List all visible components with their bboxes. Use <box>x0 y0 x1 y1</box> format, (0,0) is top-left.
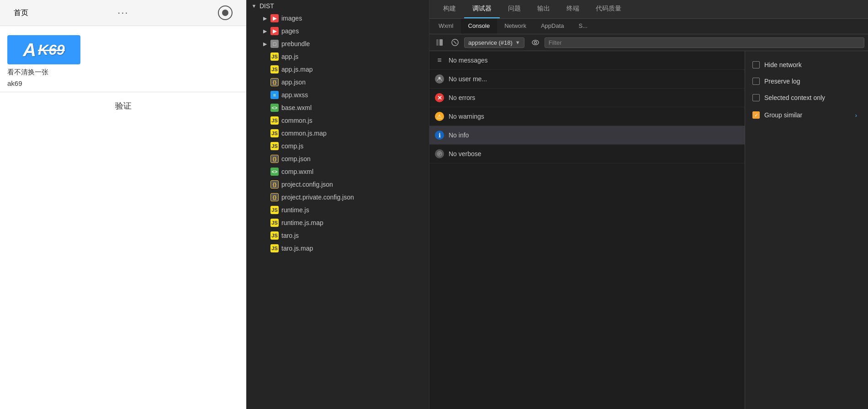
tree-label: runtime.js <box>281 206 309 214</box>
tree-label: pages <box>281 27 299 35</box>
console-item-verbose[interactable]: No verbose <box>429 145 745 163</box>
tree-label: taro.js.map <box>281 245 313 252</box>
spacer <box>261 206 269 214</box>
js-icon: JS <box>270 142 279 150</box>
tree-label: common.js.map <box>281 130 327 137</box>
spacer <box>261 194 269 201</box>
console-item-label: No info <box>449 131 469 139</box>
tree-item-runtime-js-map[interactable]: JS runtime.js.map <box>258 216 429 229</box>
tree-label: comp.json <box>281 155 311 163</box>
js-icon: JS <box>270 219 279 227</box>
tree-label: app.json <box>281 79 306 86</box>
console-item-warnings[interactable]: ⚠ No warnings <box>429 107 745 126</box>
json-icon: {} <box>270 155 279 163</box>
filter-hide-network[interactable]: Hide network <box>745 57 868 73</box>
phone-dots[interactable]: ··· <box>117 7 128 19</box>
tree-item-comp-js[interactable]: JS comp.js <box>258 140 429 152</box>
tab-output[interactable]: 输出 <box>529 0 558 18</box>
spacer <box>261 117 269 124</box>
tree-item-app-json[interactable]: {} app.json <box>258 76 429 89</box>
phone-record-btn[interactable] <box>218 5 233 20</box>
tree-label: project.config.json <box>281 181 333 188</box>
console-item-messages[interactable]: ≡ No messages <box>429 51 745 70</box>
console-item-info[interactable]: ℹ No info <box>429 126 745 145</box>
tree-item-prebundle[interactable]: ▶ □ prebundle <box>258 37 429 50</box>
filter-selected-context[interactable]: Selected context only <box>745 89 868 106</box>
user-icon <box>435 74 444 84</box>
context-label: appservice (#18) <box>468 39 513 46</box>
tree-label: images <box>281 15 302 22</box>
filter-label: Group similar <box>764 111 802 119</box>
tree-label: project.private.config.json <box>281 194 354 201</box>
tab-code-quality[interactable]: 代码质量 <box>587 0 630 18</box>
subtab-console[interactable]: Console <box>461 19 498 34</box>
console-item-errors[interactable]: ✕ No errors <box>429 89 745 107</box>
tree-label: comp.wxml <box>281 168 313 175</box>
tree-label: taro.js <box>281 232 299 239</box>
spacer <box>261 181 269 188</box>
spacer <box>261 53 269 60</box>
filter-preserve-log[interactable]: Preserve log <box>745 73 868 89</box>
error-icon: ✕ <box>435 93 444 102</box>
tree-item-project-private-config-json[interactable]: {} project.private.config.json <box>258 191 429 204</box>
hide-network-checkbox[interactable] <box>752 61 760 68</box>
arrow-icon: ▶ <box>261 27 269 35</box>
chevron-right-icon: › <box>852 110 861 120</box>
json-icon: {} <box>270 180 279 189</box>
js-icon: JS <box>270 231 279 240</box>
tree-item-comp-wxml[interactable]: <> comp.wxml <box>258 165 429 178</box>
chevron-down-icon: ▼ <box>515 40 520 45</box>
svg-line-3 <box>454 41 456 44</box>
spacer <box>261 245 269 252</box>
sidebar-toggle-btn[interactable] <box>433 36 446 49</box>
tree-item-app-js[interactable]: JS app.js <box>258 50 429 63</box>
tab-build[interactable]: 构建 <box>435 0 464 18</box>
clear-console-btn[interactable] <box>449 36 461 49</box>
tree-item-app-wxss[interactable]: ≡ app.wxss <box>258 89 429 101</box>
verify-button[interactable]: 验证 <box>0 92 246 120</box>
folder-icon: ▶ <box>270 27 279 35</box>
subtab-network[interactable]: Network <box>497 19 534 34</box>
tree-item-base-wxml[interactable]: <> base.wxml <box>258 101 429 114</box>
subtab-wxml[interactable]: Wxml <box>431 19 461 34</box>
js-icon: JS <box>270 206 279 214</box>
tree-item-taro-js-map[interactable]: JS taro.js.map <box>258 242 429 255</box>
subtab-appdata[interactable]: AppData <box>534 19 572 34</box>
tree-item-pages[interactable]: ▶ ▶ pages <box>258 25 429 37</box>
group-similar-checkbox[interactable]: ✓ <box>752 111 760 119</box>
filter-group-similar[interactable]: ✓ Group similar › <box>745 106 868 124</box>
console-items-list: ≡ No messages No user me... ✕ No errors … <box>429 51 745 409</box>
preserve-log-checkbox[interactable] <box>752 78 760 85</box>
tree-label: base.wxml <box>281 104 312 111</box>
tree-item-common-js-map[interactable]: JS common.js.map <box>258 127 429 140</box>
eye-icon[interactable] <box>529 36 542 49</box>
subtab-s[interactable]: S... <box>571 19 595 34</box>
tree-item-images[interactable]: ▶ ▶ images <box>258 12 429 25</box>
tree-item-app-js-map[interactable]: JS app.js.map <box>258 63 429 76</box>
tree-item-comp-json[interactable]: {} comp.json <box>258 152 429 165</box>
folder-icon: ▶ <box>270 14 279 22</box>
js-icon: JS <box>270 65 279 73</box>
phone-title: 首页 <box>14 8 28 18</box>
svg-point-5 <box>534 42 536 44</box>
file-tree-panel: ▼ DIST ▶ ▶ images ▶ ▶ pages ▶ □ prebundl… <box>247 0 429 409</box>
captcha-image[interactable]: A K69 <box>7 35 80 64</box>
spacer <box>261 155 269 163</box>
tree-item-project-config-json[interactable]: {} project.config.json <box>258 178 429 191</box>
svg-point-4 <box>532 40 539 45</box>
console-item-label: No verbose <box>449 150 482 157</box>
tab-terminal[interactable]: 终端 <box>558 0 587 18</box>
wxss-icon: ≡ <box>270 91 279 99</box>
tab-issues[interactable]: 问题 <box>500 0 529 18</box>
filter-input[interactable] <box>545 37 864 48</box>
console-item-user[interactable]: No user me... <box>429 70 745 89</box>
selected-context-checkbox[interactable] <box>752 94 760 101</box>
context-select[interactable]: appservice (#18) ▼ <box>464 37 524 48</box>
tree-item-taro-js[interactable]: JS taro.js <box>258 229 429 242</box>
captcha-refresh-link[interactable]: 看不清换一张 <box>7 68 239 77</box>
tab-debugger[interactable]: 调试器 <box>464 0 500 18</box>
tree-root-dist[interactable]: ▼ DIST <box>247 0 429 12</box>
tree-item-common-js[interactable]: JS common.js <box>258 114 429 127</box>
console-item-label: No user me... <box>449 75 487 83</box>
tree-item-runtime-js[interactable]: JS runtime.js <box>258 204 429 216</box>
